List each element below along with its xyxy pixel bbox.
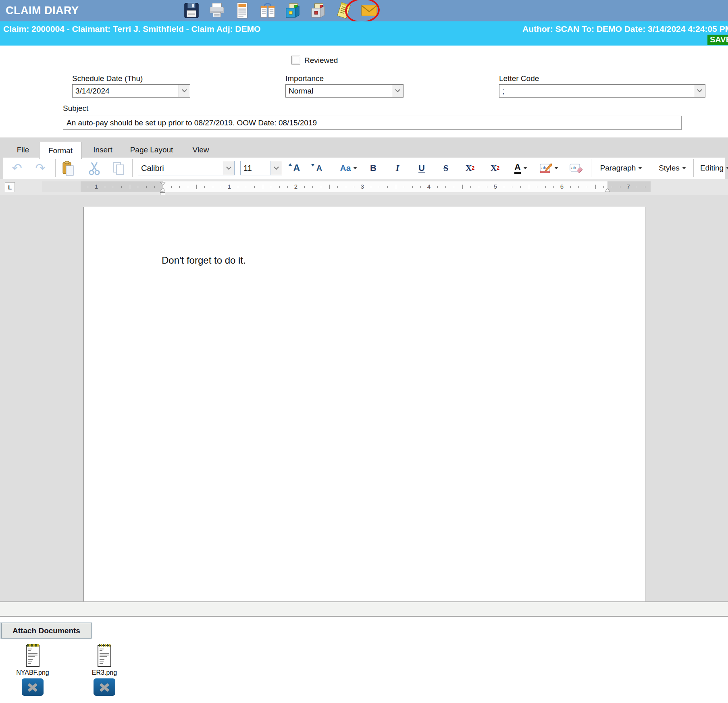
attachment-item: ER3.png (82, 643, 127, 696)
attachment-list: NYABF.png ER3.png (10, 643, 127, 696)
ruler-tick (587, 186, 587, 188)
font-name-select[interactable]: Calibri (138, 161, 235, 175)
paste-icon (62, 161, 75, 176)
chevron-down-icon[interactable] (694, 85, 705, 97)
importance-select[interactable]: Normal (285, 84, 404, 98)
ruler-tick (379, 186, 379, 188)
copy-icon (112, 161, 125, 176)
ruler-tick (171, 186, 172, 188)
ruler-tick (221, 186, 221, 188)
dropdown-caret-icon (523, 167, 527, 169)
subscript-button[interactable]: X 2 (485, 160, 505, 176)
ruler-tick (179, 186, 180, 188)
delete-attachment-button[interactable] (94, 678, 115, 696)
tab-page-layout[interactable]: Page Layout (127, 142, 176, 158)
ruler-number: 4 (425, 183, 433, 190)
ruler-tick (553, 186, 554, 188)
ruler-tick (304, 186, 305, 188)
highlight-button[interactable]: ab (536, 160, 562, 176)
ruler-tick (578, 186, 579, 188)
font-color-button[interactable]: A (509, 160, 533, 176)
ruler-tick (412, 186, 413, 188)
cut-button[interactable] (85, 160, 103, 177)
ruler-tick (595, 185, 596, 189)
document-editor-area[interactable]: Don't forget to do it. (0, 195, 728, 601)
ruler-tick (570, 186, 571, 188)
chevron-down-icon[interactable] (392, 85, 403, 97)
undo-button[interactable]: ↶ (9, 160, 25, 176)
ruler-tick (603, 186, 604, 188)
archive-open-button[interactable] (284, 1, 302, 20)
schedule-date-select[interactable]: 3/14/2024 (72, 84, 190, 98)
save-badge[interactable]: SAVE (707, 35, 728, 45)
chevron-down-icon[interactable] (179, 85, 190, 97)
importance-value: Normal (286, 87, 392, 96)
copy-notes-icon (259, 2, 276, 19)
ruler-tick (346, 186, 346, 188)
delete-attachment-button[interactable] (22, 678, 44, 696)
change-case-button[interactable]: Aa (335, 160, 362, 176)
dropdown-caret-icon (726, 167, 728, 169)
strikethrough-button[interactable]: S (437, 160, 455, 176)
ruler-tick (479, 186, 479, 188)
chevron-down-icon[interactable] (223, 161, 234, 175)
claim-info-bar: Claim: 2000004 - Claimant: Terri J. Smit… (0, 21, 728, 46)
font-size-select[interactable]: 11 (240, 161, 282, 175)
ruler-tick (154, 186, 155, 188)
letter-code-select[interactable]: ; (499, 84, 705, 98)
report-icon (234, 2, 251, 19)
horizontal-scrollbar[interactable] (0, 601, 728, 617)
subject-input[interactable] (63, 116, 682, 130)
copy-notes-button[interactable] (258, 1, 277, 20)
attach-documents-button[interactable]: Attach Documents (1, 623, 92, 639)
ruler-tick (88, 186, 88, 188)
right-indent-marker-icon[interactable] (605, 187, 610, 192)
report-button[interactable] (233, 1, 252, 20)
attachment-file-icon (96, 643, 112, 668)
x-icon (98, 681, 110, 693)
document-text[interactable]: Don't forget to do it. (162, 255, 246, 266)
underline-button[interactable]: U (413, 160, 431, 176)
ribbon-toolbar: ↶ ↷ Calibri 11 A A Aa (3, 158, 725, 179)
copy-button[interactable] (110, 160, 127, 177)
tab-file[interactable]: File (11, 142, 35, 158)
print-button[interactable] (208, 1, 226, 20)
ruler-tick (113, 186, 113, 188)
clear-formatting-button[interactable]: ab (566, 160, 586, 176)
styles-menu-button[interactable]: Styles (654, 160, 691, 176)
indent-marker-icon[interactable] (160, 182, 166, 192)
font-size-value: 11 (241, 164, 270, 173)
ruler-number: 5 (492, 183, 499, 190)
document-page[interactable]: Don't forget to do it. (83, 207, 645, 601)
save-button[interactable] (182, 1, 201, 20)
tab-stop-selector[interactable]: L (5, 182, 15, 192)
ruler-tick (529, 185, 529, 189)
reviewed-checkbox[interactable] (291, 56, 300, 64)
redo-button[interactable]: ↷ (32, 160, 48, 176)
grow-font-button[interactable]: A (288, 160, 306, 176)
svg-text:ab: ab (541, 165, 546, 170)
ruler-tick (321, 186, 321, 188)
attachment-filename: NYABF.png (16, 669, 49, 676)
ruler[interactable]: 11234567 (42, 181, 651, 192)
ruler-tick (146, 186, 147, 188)
ruler-tick (420, 186, 421, 188)
ruler-row: L 11234567 (0, 179, 728, 195)
italic-button[interactable]: I (389, 160, 406, 176)
schedule-date-label: Schedule Date (Thu) (72, 74, 143, 83)
chevron-down-icon[interactable] (270, 161, 282, 175)
editing-menu-button[interactable]: Editing (696, 160, 728, 176)
paragraph-menu-button[interactable]: Paragraph (596, 160, 647, 176)
superscript-button[interactable]: X 2 (460, 160, 480, 176)
tab-insert[interactable]: Insert (89, 142, 116, 158)
dropdown-caret-icon (554, 167, 558, 169)
ruler-tick (454, 186, 454, 188)
tab-format[interactable]: Format (39, 142, 82, 159)
bold-button[interactable]: B (364, 160, 382, 176)
tab-view[interactable]: View (189, 142, 213, 158)
archive-closed-button[interactable] (309, 1, 328, 20)
print-icon (208, 2, 225, 19)
ruler-number: 6 (558, 183, 566, 190)
shrink-font-button[interactable]: A (310, 160, 328, 176)
paste-button[interactable] (60, 160, 77, 177)
